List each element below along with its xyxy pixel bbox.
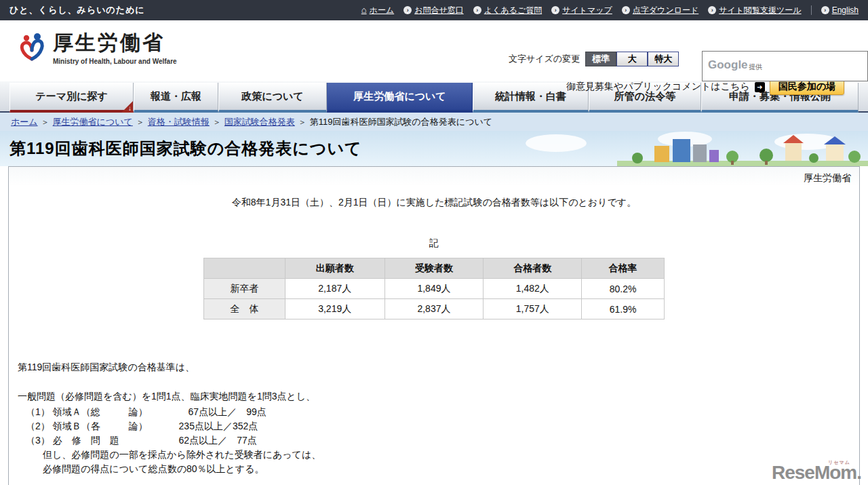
resemom-ruby: リセマム (828, 459, 850, 466)
table-header-applicants: 出願者数 (285, 258, 384, 279)
breadcrumb-home[interactable]: ホーム (11, 117, 38, 127)
top-links: ⌂ ホーム › お問合せ窓口 › よくあるご質問 › サイトマップ › 点字ダウ… (361, 5, 859, 16)
table-row: 全 体 3,219人 2,837人 1,757人 61.9% (204, 299, 665, 319)
top-link-label: お問合せ窓口 (414, 5, 464, 16)
criteria-scoring: 一般問題（必修問題を含む）を1問1点、臨床実地問題を1問3点とし、 (18, 389, 859, 404)
breadcrumb-exam-results[interactable]: 国家試験合格発表 (224, 117, 295, 127)
tab-label: テーマ別に探す (35, 90, 107, 103)
top-link-home[interactable]: ⌂ ホーム (361, 5, 394, 16)
table-row: 新卒者 2,187人 1,849人 1,482人 80.2% (204, 279, 665, 299)
table-header-row: 出願者数 受験者数 合格者数 合格率 (204, 258, 665, 279)
search-provider-label: 提供 (749, 62, 762, 72)
top-utility-bar: ひと、くらし、みらいのために ⌂ ホーム › お問合せ窓口 › よくあるご質問 … (0, 0, 868, 20)
criteria-note-1: 但し、必修問題の一部を採点から除外された受験者にあっては、 (43, 448, 859, 462)
top-link-sitemap[interactable]: › サイトマップ (551, 5, 612, 16)
row-label-total: 全 体 (204, 299, 285, 319)
public-comment-text: 御意見募集やパブリックコメントはこちら (566, 81, 750, 93)
logo-text: 厚生労働省 Ministry of Health, Labour and Wel… (53, 29, 177, 65)
resemom-watermark: リセマム ReseMom. (772, 462, 861, 484)
table-cell: 2,187人 (285, 279, 384, 299)
top-link-label: サイトマップ (562, 5, 612, 16)
circle-arrow-icon: › (622, 6, 630, 14)
table-cell: 3,219人 (285, 299, 384, 319)
top-link-contact[interactable]: › お問合せ窓口 (403, 5, 464, 16)
ministry-byline: 厚生労働省 (9, 167, 859, 185)
font-size-large-button[interactable]: 大 (616, 52, 648, 66)
circle-arrow-icon: › (473, 6, 481, 14)
criteria-intro: 第119回歯科医師国家試験の合格基準は、 (18, 360, 859, 374)
breadcrumb: ホーム＞厚生労働省について＞資格・試験情報＞国家試験合格発表＞第119回歯科医師… (0, 113, 868, 131)
criteria-item-required: （3） 必 修 問 題 62点以上／ 77点 (26, 433, 859, 448)
circle-arrow-icon: › (551, 6, 559, 14)
intro-paragraph: 令和8年1月31日（土）、2月1日（日）に実施した標記試験の合格者数等は以下のと… (9, 197, 859, 209)
font-size-standard-button[interactable]: 標準 (585, 52, 616, 66)
passing-criteria: 第119回歯科医師国家試験の合格基準は、 一般問題（必修問題を含む）を1問1点、… (18, 360, 859, 476)
tab-policy[interactable]: 政策について (218, 83, 327, 113)
tab-label: 政策について (241, 90, 303, 103)
tab-label: 厚生労働省について (353, 90, 446, 103)
arrow-right-icon: ➜ (755, 82, 765, 92)
row-label-new-graduates: 新卒者 (204, 279, 285, 299)
table-header-examinees: 受験者数 (384, 258, 484, 279)
criteria-items: （1） 領域Ａ（総 論） 67点以上／ 99点 （2） 領域Ｂ（各 論） 235… (18, 405, 859, 448)
top-link-label: ホーム (370, 5, 395, 16)
tab-label: 統計情報・白書 (495, 90, 566, 103)
divider (811, 5, 812, 15)
font-size-label: 文字サイズの変更 (509, 53, 580, 65)
criteria-item-b: （2） 領域Ｂ（各 論） 235点以上／352点 (26, 419, 859, 433)
home-icon: ⌂ (361, 6, 367, 14)
table-header-blank (204, 258, 285, 279)
top-link-label: 点字ダウンロード (633, 5, 698, 16)
top-link-label: English (832, 5, 859, 15)
tab-label: 報道・広報 (151, 90, 201, 103)
top-link-braille-download[interactable]: › 点字ダウンロード (622, 5, 698, 16)
table-cell: 1,849人 (384, 279, 484, 299)
top-link-faq[interactable]: › よくあるご質問 (473, 5, 542, 16)
page-title-band: 第119回歯科医師国家試験の合格発表について (0, 131, 868, 166)
site-header: 厚生労働省 Ministry of Health, Labour and Wel… (0, 20, 868, 81)
logo-title: 厚生労働省 (53, 29, 177, 57)
breadcrumb-separator: ＞ (213, 117, 221, 127)
top-link-label: よくあるご質問 (484, 5, 542, 16)
page-title: 第119回歯科医師国家試験の合格発表について (9, 138, 362, 159)
exam-results-table: 出願者数 受験者数 合格者数 合格率 新卒者 2,187人 1,849人 1,4… (203, 258, 665, 319)
google-logo: Google (708, 58, 748, 72)
table-cell: 2,837人 (384, 299, 484, 319)
circle-arrow-icon: › (708, 6, 716, 14)
criteria-item-a: （1） 領域Ａ（総 論） 67点以上／ 99点 (26, 405, 859, 419)
table-cell: 61.9% (582, 299, 665, 319)
criteria-note-2: 必修問題の得点について総点数の80％以上とする。 (43, 462, 859, 476)
article-content: 厚生労働省 令和8年1月31日（土）、2月1日（日）に実施した標記試験の合格者数… (8, 166, 860, 485)
ki-marker: 記 (9, 237, 859, 250)
cityscape-illustration (515, 131, 868, 166)
logo-subtitle: Ministry of Health, Labour and Welfare (53, 58, 177, 65)
table-cell: 80.2% (582, 279, 665, 299)
mhlw-logo[interactable]: 厚生労働省 Ministry of Health, Labour and Wel… (16, 29, 177, 65)
breadcrumb-separator: ＞ (298, 117, 307, 127)
table-header-pass-rate: 合格率 (582, 258, 665, 279)
site-tagline: ひと、くらし、みらいのために (9, 4, 145, 16)
breadcrumb-separator: ＞ (136, 117, 144, 127)
table-cell: 1,757人 (484, 299, 582, 319)
mhlw-logo-icon (16, 32, 47, 63)
tab-themes[interactable]: テーマ別に探す ↓ (9, 83, 134, 113)
site-search-box[interactable]: Google 提供 (702, 51, 868, 81)
breadcrumb-qualification[interactable]: 資格・試験情報 (148, 117, 210, 127)
top-link-accessibility-tool[interactable]: › サイト閲覧支援ツール (708, 5, 801, 16)
table-cell: 1,482人 (484, 279, 582, 299)
circle-arrow-icon: › (403, 6, 412, 14)
circle-arrow-icon: › (821, 6, 829, 14)
top-link-english[interactable]: › English (821, 5, 859, 15)
font-size-xlarge-button[interactable]: 特大 (648, 52, 679, 66)
font-size-buttons: 標準 大 特大 (585, 52, 679, 66)
tab-about-mhlw[interactable]: 厚生労働省について (327, 83, 473, 113)
breadcrumb-separator: ＞ (41, 117, 50, 127)
tab-press[interactable]: 報道・広報 (134, 83, 218, 113)
table-header-passers: 合格者数 (484, 258, 582, 279)
top-link-label: サイト閲覧支援ツール (719, 5, 801, 16)
down-arrow-icon: ↓ (128, 104, 132, 112)
font-size-controls: 文字サイズの変更 標準 大 特大 (509, 52, 679, 66)
breadcrumb-about[interactable]: 厚生労働省について (53, 117, 133, 127)
breadcrumb-current: 第119回歯科医師国家試験の合格発表について (310, 117, 492, 127)
